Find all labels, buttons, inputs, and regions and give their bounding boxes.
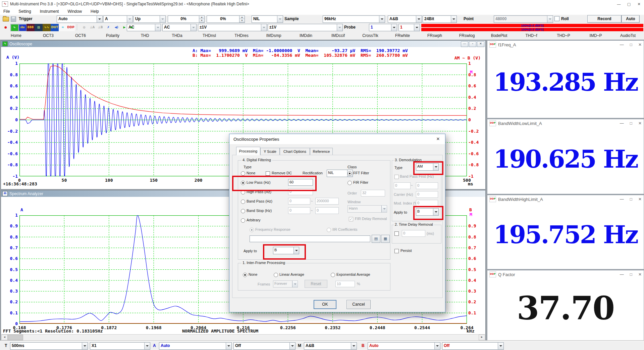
tab-frwhite[interactable]: FRwhite (386, 32, 419, 40)
tab-polarity[interactable]: Polarity (97, 32, 129, 40)
tab-thdres[interactable]: THDres (225, 32, 258, 40)
spectrum-3d-plot-icon[interactable]: ▨ (35, 24, 43, 31)
tab-thdnsl[interactable]: THDnsl (193, 32, 225, 40)
arbitrary-radio[interactable] (241, 218, 245, 223)
tab-processing[interactable]: Processing (236, 147, 260, 155)
ifp-none-radio[interactable] (243, 273, 247, 277)
menu-file[interactable]: File (3, 9, 10, 14)
close-icon[interactable]: ✕ (638, 272, 642, 277)
math-channel-select[interactable]: A&B (304, 342, 357, 350)
close-icon[interactable]: ✕ (638, 42, 642, 47)
trigger-delay-spinner[interactable]: 0%▲▼ (207, 15, 245, 23)
band-stop-radio[interactable] (241, 209, 245, 213)
filter-none-radio[interactable] (241, 171, 245, 176)
speaker-icon[interactable]: ◀) (112, 24, 120, 31)
channel-b-mode-select[interactable]: Auto (368, 342, 440, 350)
range-a-select[interactable]: ±1V (198, 24, 267, 31)
tab-imdsmp[interactable]: IMDsmp (258, 32, 290, 40)
run-loop-icon[interactable]: ▶. (128, 24, 137, 31)
derived-data-curve-icon[interactable]: ≈ (59, 24, 67, 31)
coupling-b-select[interactable]: AC (162, 24, 197, 31)
band-pass-radio[interactable] (241, 200, 245, 204)
browse-file-icon[interactable]: ▤ (372, 235, 380, 243)
horizontal-scrollbar[interactable]: ◄ ► (1, 334, 485, 340)
fft-filter-radio[interactable] (347, 171, 352, 176)
close-icon[interactable]: ✕ (638, 121, 642, 126)
tab-chart-options[interactable]: Chart Options (280, 148, 310, 155)
tab-bodeplot[interactable]: BodePlot (483, 32, 515, 40)
arbitrary-file-input[interactable] (250, 235, 370, 242)
probe-calibration-icon[interactable]: ✗ (104, 24, 112, 31)
auto-scale-button[interactable]: Auto (622, 15, 640, 23)
trigger-mode-select[interactable]: Auto (57, 15, 103, 23)
device-test-plan-icon[interactable]: DUT (51, 24, 59, 31)
menu-setting[interactable]: Setting (18, 9, 31, 14)
coefficient-table-icon[interactable]: ▦ (381, 235, 390, 243)
minimize-icon[interactable]: — (461, 41, 468, 47)
sample-rate-select[interactable]: 96kHz (323, 15, 385, 23)
ddp-title-bar[interactable]: DDPBandWidthHighLimit_A—□✕ (487, 195, 644, 203)
hpf-select[interactable]: NIL (252, 15, 283, 23)
minimize-icon[interactable]: — (620, 197, 624, 202)
tab-frswph[interactable]: FRswph (419, 32, 451, 40)
open-file-icon[interactable] (3, 17, 9, 21)
menu-help[interactable]: Help (91, 9, 99, 14)
trigger-edge-select[interactable]: Up (133, 15, 166, 23)
demod-apply-to-select[interactable]: B (416, 208, 439, 216)
tab-imd-p[interactable]: IMD~P (580, 32, 612, 40)
tab-thd-f[interactable]: THD~f (515, 32, 547, 40)
ddp-title-bar[interactable]: DDPf1Freq_A—□✕ (487, 41, 644, 49)
run-icon[interactable]: ▶ (120, 24, 128, 31)
channel-a-extra-select[interactable]: Off (233, 342, 296, 350)
close-button[interactable]: ✕ (634, 0, 644, 8)
low-pass-input[interactable]: 60 (288, 179, 313, 186)
tab-y-scale[interactable]: Y Scale (260, 148, 280, 155)
dialog-close-icon[interactable]: ✕ (433, 135, 443, 143)
trigger-level-spinner[interactable]: 0%▲▼ (168, 15, 205, 23)
high-pass-radio[interactable] (241, 190, 245, 194)
minimize-icon[interactable]: — (620, 42, 624, 47)
maximize-icon[interactable]: □ (630, 42, 632, 47)
probe-b-select[interactable]: 1 (398, 24, 420, 31)
oscilloscope-icon[interactable]: ∿ (10, 24, 18, 31)
tab-frswlog[interactable]: FRswlog (451, 32, 483, 40)
maximize-icon[interactable]: □ (630, 272, 632, 277)
tab-oct6[interactable]: OCT6 (64, 32, 97, 40)
tab-thd[interactable]: THD (129, 32, 161, 40)
scroll-right-icon[interactable]: ► (479, 335, 485, 340)
menu-window[interactable]: Window (67, 9, 82, 14)
save-file-icon[interactable] (11, 16, 16, 22)
signal-generator-icon[interactable]: ∿∿ (43, 24, 51, 31)
spectrum-analyzer-icon[interactable]: ılıı (18, 24, 26, 31)
persist-checkbox[interactable] (394, 249, 399, 253)
ddp-viewer-icon[interactable]: DDP (67, 24, 75, 31)
low-pass-radio[interactable] (241, 181, 245, 185)
tab-audiotst[interactable]: AudioTst (612, 32, 644, 40)
roll-checkbox[interactable]: Roll (554, 16, 569, 21)
channels-select[interactable]: A&B (388, 15, 422, 23)
tab-crosstlk[interactable]: CrossTlk (354, 32, 386, 40)
tab-imdccif[interactable]: IMDccif (322, 32, 354, 40)
maximize-button[interactable]: ▢ (624, 0, 634, 8)
linear-average-radio[interactable] (274, 273, 278, 277)
minimize-icon[interactable]: — (620, 272, 624, 277)
oscilloscope-title-bar[interactable]: ∿ Oscilloscope — ▫ ✕ (1, 41, 485, 47)
remove-dc-checkbox[interactable] (266, 171, 270, 176)
channel-b-extra-select[interactable]: Off (442, 342, 504, 350)
multimeter-icon[interactable]: 888 (26, 24, 35, 31)
tab-thda[interactable]: THDa (161, 32, 193, 40)
tab-reference[interactable]: Reference (310, 148, 333, 155)
filter-apply-to-select[interactable]: B (273, 247, 299, 254)
record-icon[interactable]: ● (2, 24, 10, 31)
exponential-average-radio[interactable] (331, 273, 335, 277)
ddp-title-bar[interactable]: DDPQ Factor—□✕ (487, 270, 644, 278)
tab-home[interactable]: Home (0, 32, 32, 40)
minimize-icon[interactable]: — (620, 121, 624, 126)
maximize-icon[interactable]: □ (630, 197, 632, 202)
restore-icon[interactable]: ▫ (469, 41, 476, 47)
close-icon[interactable]: ✕ (477, 41, 484, 47)
record-button[interactable]: Record (587, 15, 622, 23)
fir-filter-radio[interactable] (347, 181, 352, 185)
maximize-icon[interactable]: □ (630, 121, 632, 126)
scrollbar-track[interactable] (23, 335, 479, 340)
